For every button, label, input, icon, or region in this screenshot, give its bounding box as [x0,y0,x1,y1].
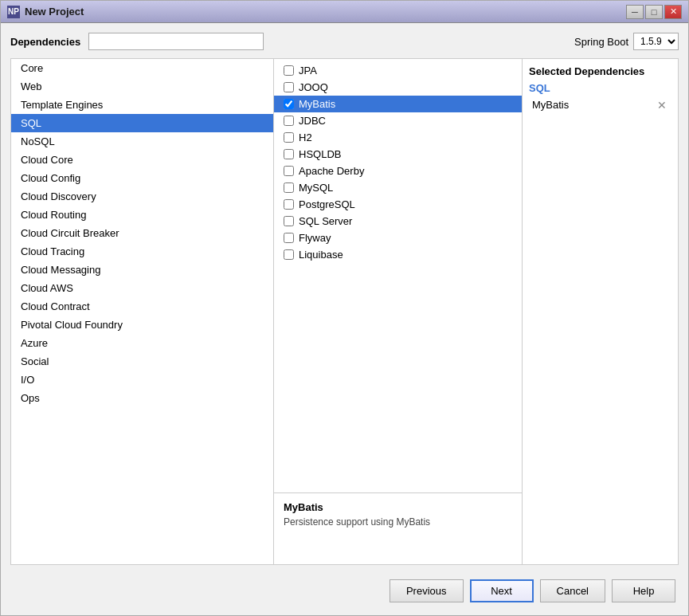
category-item-sql[interactable]: SQL [11,114,273,132]
selected-dep-item: MyBatis ✕ [529,97,671,112]
title-buttons: ─ □ ✕ [626,5,682,19]
next-button[interactable]: Next [470,579,534,602]
main-area: CoreWebTemplate EnginesSQLNoSQLCloud Cor… [10,58,679,565]
category-item-cloud-core[interactable]: Cloud Core [11,151,273,169]
dep-item-jdbc[interactable]: JDBC [274,112,522,129]
close-button[interactable]: ✕ [664,5,682,19]
dep-label-flyway: Flyway [299,232,331,244]
dependency-description: MyBatis Persistence support using MyBati… [274,492,522,564]
window-title: New Project [25,6,84,18]
spring-boot-area: Spring Boot 1.5.9 [574,33,679,50]
dep-item-liquibase[interactable]: Liquibase [274,246,522,263]
category-item-cloud-circuit-breaker[interactable]: Cloud Circuit Breaker [11,224,273,242]
dep-label-mybatis: MyBatis [299,98,335,110]
title-bar: NP New Project ─ □ ✕ [1,1,688,23]
desc-text: Persistence support using MyBatis [284,516,512,528]
remove-mybatis-button[interactable]: ✕ [656,100,668,111]
dep-label-sql-server: SQL Server [299,215,352,227]
dep-item-jooq[interactable]: JOOQ [274,79,522,96]
category-item-cloud-contract[interactable]: Cloud Contract [11,297,273,316]
dep-item-jpa[interactable]: JPA [274,62,522,79]
dependencies-list: JPAJOOQMyBatisJDBCH2HSQLDBApache DerbyMy… [274,59,522,492]
dep-checkbox-apache-derby[interactable] [284,166,294,176]
category-item-cloud-routing[interactable]: Cloud Routing [11,206,273,224]
selected-deps-title: Selected Dependencies [529,65,671,77]
minimize-button[interactable]: ─ [626,5,644,19]
spring-version-select[interactable]: 1.5.9 [633,33,679,50]
category-item-cloud-messaging[interactable]: Cloud Messaging [11,261,273,279]
title-bar-left: NP New Project [7,6,84,18]
selected-dep-label: MyBatis [532,99,569,111]
category-item-pivotal-cloud-foundry[interactable]: Pivotal Cloud Foundry [11,316,273,334]
dep-item-h2[interactable]: H2 [274,129,522,146]
dep-item-apache-derby[interactable]: Apache Derby [274,163,522,179]
dep-checkbox-postgresql[interactable] [284,199,294,210]
category-item-cloud-config[interactable]: Cloud Config [11,169,273,187]
category-item-web[interactable]: Web [11,77,273,96]
dep-label-h2: H2 [299,131,312,143]
dep-item-hsqldb[interactable]: HSQLDB [274,146,522,163]
selected-category-label: SQL [529,82,671,94]
dep-label-liquibase: Liquibase [299,249,343,261]
dep-label-apache-derby: Apache Derby [299,165,364,177]
maximize-button[interactable]: □ [645,5,663,19]
dep-label-jdbc: JDBC [299,115,326,127]
top-bar: Dependencies Spring Boot 1.5.9 [10,33,679,50]
dep-item-mysql[interactable]: MySQL [274,179,522,196]
previous-button[interactable]: Previous [390,579,464,602]
dep-checkbox-liquibase[interactable] [284,249,294,260]
category-item-nosql[interactable]: NoSQL [11,132,273,151]
dep-label-hsqldb: HSQLDB [299,148,341,160]
dep-item-sql-server[interactable]: SQL Server [274,213,522,230]
categories-panel: CoreWebTemplate EnginesSQLNoSQLCloud Cor… [11,59,274,564]
category-item-cloud-discovery[interactable]: Cloud Discovery [11,187,273,206]
category-item-cloud-tracing[interactable]: Cloud Tracing [11,242,273,261]
dependencies-panel: JPAJOOQMyBatisJDBCH2HSQLDBApache DerbyMy… [274,59,523,564]
category-item-template-engines[interactable]: Template Engines [11,96,273,114]
category-item-cloud-aws[interactable]: Cloud AWS [11,279,273,297]
dep-label-jooq: JOOQ [299,81,328,93]
app-icon: NP [7,6,20,18]
dep-checkbox-hsqldb[interactable] [284,149,294,159]
category-item-ops[interactable]: Ops [11,389,273,407]
dependencies-label: Dependencies [10,36,80,48]
selected-dependencies-panel: Selected Dependencies SQL MyBatis ✕ [523,59,678,564]
category-item-social[interactable]: Social [11,352,273,371]
bottom-bar: Previous Next Cancel Help [10,573,679,606]
dep-checkbox-jdbc[interactable] [284,116,294,126]
dep-checkbox-mysql[interactable] [284,182,294,193]
cancel-button[interactable]: Cancel [540,579,605,602]
dep-item-postgresql[interactable]: PostgreSQL [274,196,522,213]
dep-label-mysql: MySQL [299,182,333,194]
category-item-azure[interactable]: Azure [11,334,273,352]
dep-checkbox-h2[interactable] [284,132,294,143]
category-item-io[interactable]: I/O [11,371,273,389]
dep-checkbox-sql-server[interactable] [284,216,294,226]
help-button[interactable]: Help [612,579,675,602]
dep-label-jpa: JPA [299,65,317,77]
window: NP New Project ─ □ ✕ Dependencies Spring… [0,0,689,616]
search-input[interactable] [88,33,264,50]
dep-label-postgresql: PostgreSQL [299,198,355,210]
dep-checkbox-jpa[interactable] [284,65,294,76]
content: Dependencies Spring Boot 1.5.9 CoreWebTe… [1,23,688,615]
dep-item-mybatis[interactable]: MyBatis [274,96,522,112]
dep-checkbox-jooq[interactable] [284,82,294,92]
dep-checkbox-flyway[interactable] [284,233,294,243]
category-item-core[interactable]: Core [11,59,273,77]
dep-checkbox-mybatis[interactable] [284,99,294,109]
spring-boot-label: Spring Boot [574,36,628,48]
desc-title: MyBatis [284,501,512,513]
dep-item-flyway[interactable]: Flyway [274,230,522,246]
